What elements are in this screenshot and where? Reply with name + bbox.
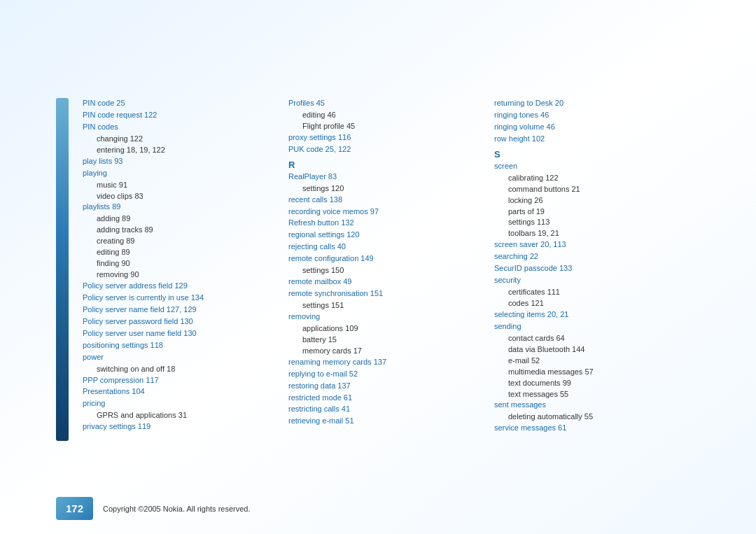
index-sub-entry: settings 151 [302, 300, 480, 311]
left-sidebar [56, 98, 69, 441]
index-entry: pricing [83, 398, 274, 409]
index-link[interactable]: PUK code 25, 122 [288, 145, 351, 153]
index-link[interactable]: Policy server user name field 130 [83, 329, 197, 337]
index-link[interactable]: Policy server is currently in use 134 [83, 293, 204, 302]
index-entry: sending [494, 321, 686, 332]
index-link[interactable]: Policy server password field 130 [83, 317, 193, 325]
index-entry: PUK code 25, 122 [288, 144, 480, 155]
index-sub-entry: creating 89 [97, 236, 274, 247]
index-link[interactable]: PIN code request 122 [83, 111, 157, 119]
index-entry: privacy settings 119 [83, 421, 274, 433]
index-link[interactable]: service messages 61 [494, 423, 566, 432]
index-sub-entry: certificates 111 [508, 287, 686, 298]
index-link[interactable]: PIN code 25 [83, 99, 125, 107]
index-entry: restoring data 137 [288, 381, 480, 392]
index-link[interactable]: Policy server name field 127, 129 [83, 305, 197, 314]
column-3: returning to Desk 20ringing tones 46ring… [494, 98, 700, 441]
index-link[interactable]: restoring data 137 [288, 381, 351, 390]
index-link[interactable]: play lists 93 [83, 157, 122, 165]
index-link[interactable]: positioning settings 118 [83, 341, 163, 349]
index-entry: screen saver 20, 113 [494, 239, 686, 251]
index-link[interactable]: pricing [83, 399, 105, 407]
index-link[interactable]: Presentations 104 [83, 387, 145, 395]
index-entry: remote synchronisation 151 [288, 288, 480, 300]
index-entry: Presentations 104 [83, 386, 274, 398]
index-entry: positioning settings 118 [83, 340, 274, 351]
index-sub-entry: removing 90 [97, 269, 274, 281]
index-sub-entry: multimedia messages 57 [508, 367, 686, 378]
index-link[interactable]: ringing tones 46 [494, 111, 549, 119]
index-entry: recording voice memos 97 [288, 206, 480, 218]
index-entry: Policy server user name field 130 [83, 328, 274, 339]
index-link[interactable]: RealPlayer 83 [288, 172, 337, 181]
index-link[interactable]: remote synchronisation 151 [288, 289, 383, 297]
index-link[interactable]: rejecting calls 40 [288, 242, 346, 251]
index-link[interactable]: playing [83, 169, 107, 177]
index-sub-entry: applications 109 [302, 323, 480, 335]
index-link[interactable]: Refresh button 132 [288, 218, 354, 227]
index-link[interactable]: retrieving e-mail 51 [288, 416, 354, 425]
index-link[interactable]: searching 22 [494, 252, 538, 260]
index-entry: Policy server is currently in use 134 [83, 293, 274, 304]
index-link[interactable]: recording voice memos 97 [288, 207, 379, 216]
index-sub-entry: Flight profile 45 [302, 121, 480, 132]
index-link[interactable]: replying to e-mail 52 [288, 370, 358, 378]
index-sub-entry: settings 120 [302, 183, 480, 195]
index-link[interactable]: privacy settings 119 [83, 422, 150, 430]
index-sub-entry: adding 89 [97, 213, 274, 225]
index-sub-entry: text documents 99 [508, 378, 686, 389]
index-link[interactable]: PIN codes [83, 122, 118, 131]
content-area: PIN code 25PIN code request 122PIN codes… [0, 0, 756, 497]
page-number: 172 [56, 497, 93, 520]
section-letter-s: S [494, 149, 686, 160]
index-sub-entry: calibrating 122 [508, 173, 686, 184]
index-link[interactable]: remote configuration 149 [288, 254, 374, 262]
index-sub-entry: e-mail 52 [508, 356, 686, 367]
index-sub-entry: contact cards 64 [508, 333, 686, 344]
index-entry: Policy server password field 130 [83, 316, 274, 328]
index-link[interactable]: ringing volume 46 [494, 122, 555, 131]
index-entry: security [494, 275, 686, 286]
index-sub-entry: switching on and off 18 [97, 364, 274, 375]
index-link[interactable]: security [494, 276, 521, 284]
index-entry: sent messages [494, 400, 686, 411]
index-sub-entry: codes 121 [508, 298, 686, 309]
index-link[interactable]: screen [494, 162, 517, 170]
index-entry: remote configuration 149 [288, 253, 480, 265]
index-link[interactable]: Profiles 45 [288, 99, 325, 107]
index-link[interactable]: SecurID passcode 133 [494, 264, 572, 272]
index-link[interactable]: row height 102 [494, 134, 545, 143]
index-entry: RealPlayer 83 [288, 171, 480, 183]
index-link[interactable]: playlists 89 [83, 202, 120, 211]
index-entry: returning to Desk 20 [494, 98, 686, 109]
index-link[interactable]: removing [288, 312, 320, 321]
index-link[interactable]: Policy server address field 129 [83, 281, 188, 290]
index-entry: service messages 61 [494, 423, 686, 434]
index-link[interactable]: sent messages [494, 400, 546, 409]
index-entry: remote mailbox 49 [288, 276, 480, 288]
index-entry: row height 102 [494, 134, 686, 145]
index-sub-entry: parts of 19 [508, 206, 686, 218]
index-link[interactable]: selecting items 20, 21 [494, 310, 568, 318]
page-container: PIN code 25PIN code request 122PIN codes… [0, 0, 756, 534]
index-entry: playlists 89 [83, 202, 274, 213]
index-link[interactable]: remote mailbox 49 [288, 277, 352, 286]
index-link[interactable]: returning to Desk 20 [494, 99, 564, 107]
index-sub-entry: battery 15 [302, 335, 480, 346]
index-sub-entry: toolbars 19, 21 [508, 228, 686, 239]
index-entry: PPP compression 117 [83, 375, 274, 386]
index-link[interactable]: regional settings 120 [288, 230, 360, 239]
index-sub-entry: editing 46 [302, 110, 480, 121]
column-2: Profiles 45editing 46Flight profile 45pr… [288, 98, 494, 441]
index-link[interactable]: PPP compression 117 [83, 376, 159, 384]
index-link[interactable]: power [83, 353, 104, 361]
index-link[interactable]: proxy settings 116 [288, 133, 351, 141]
index-link[interactable]: restricted mode 61 [288, 393, 352, 402]
index-link[interactable]: sending [494, 322, 522, 330]
index-link[interactable]: renaming memory cards 137 [288, 358, 386, 366]
index-link[interactable]: restricting calls 41 [288, 405, 350, 413]
copyright-text: Copyright ©2005 Nokia. All rights reserv… [103, 505, 250, 513]
index-link[interactable]: recent calls 138 [288, 195, 342, 204]
index-entry: selecting items 20, 21 [494, 309, 686, 321]
index-link[interactable]: screen saver 20, 113 [494, 240, 566, 248]
